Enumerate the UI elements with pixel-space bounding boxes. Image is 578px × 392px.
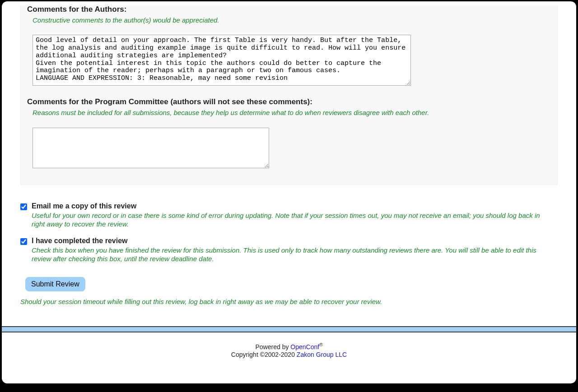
options-section: Email me a copy of this review Useful fo… [20,202,558,263]
footer-powered-by: Powered by OpenConf® [2,342,576,351]
completed-label: I have completed the review [32,237,558,245]
footer-openconf-link[interactable]: OpenConf [290,343,319,350]
completed-checkbox[interactable] [20,238,27,245]
authors-comments-hint: Constructive comments to the author(s) w… [33,16,551,25]
footer-copyright: Copyright ©2002-2020 Zakon Group LLC [2,351,576,359]
completed-desc: Check this box when you have finished th… [32,246,558,263]
completed-row: I have completed the review Check this b… [20,237,558,263]
pc-comments-hint: Reasons must be included for all submiss… [33,108,551,117]
authors-comments-title: Comments for the Authors: [27,5,551,14]
footer-divider [2,326,576,332]
footer-registered-mark: ® [319,342,322,347]
email-copy-desc: Useful for your own record or in case th… [32,211,558,229]
footer-zakon-link[interactable]: Zakon Group LLC [297,351,347,358]
email-copy-row: Email me a copy of this review Useful fo… [20,202,558,229]
email-copy-checkbox[interactable] [20,203,27,210]
email-copy-label: Email me a copy of this review [32,202,558,210]
authors-comments-block: Comments for the Authors: Constructive c… [27,5,551,86]
footer: Powered by OpenConf® Copyright ©2002-202… [2,332,576,367]
session-timeout-note: Should your session timeout while fillin… [20,298,558,305]
viewport: Comments for the Authors: Constructive c… [0,0,578,392]
pc-comments-title: Comments for the Program Committee (auth… [27,97,551,106]
email-copy-text: Email me a copy of this review Useful fo… [32,202,558,229]
comments-panel: Comments for the Authors: Constructive c… [20,5,558,185]
footer-powered-by-prefix: Powered by [255,343,290,350]
submit-row: Submit Review [25,277,576,291]
authors-comments-textarea[interactable] [33,35,411,86]
pc-comments-textarea[interactable] [33,128,269,168]
app-window: Comments for the Authors: Constructive c… [2,1,576,383]
footer-copyright-prefix: Copyright ©2002-2020 [231,351,297,358]
pc-comments-block: Comments for the Program Committee (auth… [27,97,551,168]
submit-review-button[interactable]: Submit Review [25,277,85,291]
completed-text: I have completed the review Check this b… [32,237,558,263]
page-content: Comments for the Authors: Constructive c… [2,1,576,383]
